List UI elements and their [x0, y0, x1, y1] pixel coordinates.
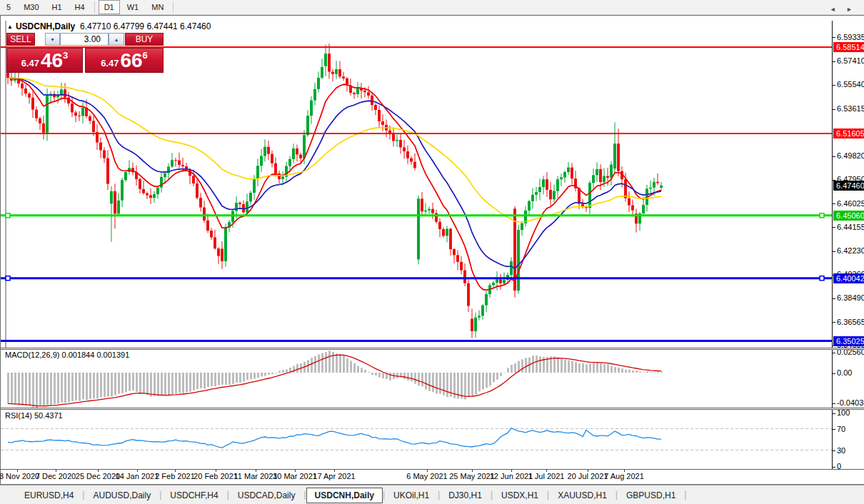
price-axis-tick: 6.36565: [833, 318, 864, 326]
chart-title: ▲USDCNH,Daily 6.47710 6.47799 6.47441 6.…: [7, 21, 211, 31]
price-badge-6.40042: 6.40042: [833, 273, 864, 283]
buy-price-big: 66: [120, 51, 142, 71]
chart-ohlc-values: 6.47710 6.47799 6.47441 6.47460: [80, 21, 211, 31]
price-badge-6.51605: 6.51605: [833, 128, 864, 138]
date-label: 2 Feb 2021: [155, 472, 195, 480]
toolbar-separator: [173, 1, 174, 13]
timeframe-button-h4[interactable]: H4: [69, 0, 91, 14]
date-label: 1 Jul 2021: [528, 472, 565, 480]
chart-tab-usdcad[interactable]: USDCAD,Daily: [229, 488, 304, 503]
tab-separator: |: [684, 490, 686, 500]
price-axis-tick: 6.53615: [833, 104, 864, 113]
date-axis-line: [1, 469, 864, 470]
chart-tab-eurusd[interactable]: EURUSD,H4: [16, 488, 82, 503]
date-label: 30 Mar 2021: [273, 472, 317, 480]
date-label: 20 Jul 2021: [568, 472, 608, 480]
date-label: 7 Dec 2020: [36, 472, 76, 480]
price-badge-6.45060: 6.45060: [833, 211, 864, 221]
price-axis-tick: 6.55540: [833, 80, 864, 89]
rsi-axis-tick: 70: [833, 425, 845, 433]
price-axis-tick: 6.59335: [833, 33, 864, 41]
price-axis-tick: 6.57410: [833, 56, 864, 65]
date-label: 6 May 2021: [406, 472, 447, 480]
chart-tab-ukoil[interactable]: UKOil,H1: [385, 488, 438, 503]
volume-decrease-button[interactable]: ▾: [45, 33, 60, 46]
timeframe-button-d1[interactable]: D1: [99, 0, 120, 14]
sell-price-big: 46: [41, 51, 63, 71]
price-badge-6.58514: 6.58514: [833, 42, 864, 52]
sell-price-prefix: 6.47: [21, 58, 39, 69]
trading-platform-window: 5M30H1H4D1W1MN ▲USDCNH,Daily 6.47710 6.4…: [0, 0, 864, 504]
one-click-trade-panel: SELL ▾ 3.00 ▴ BUY 6.47 46 3 6.47 66 6: [6, 33, 164, 89]
price-badge-6.47460: 6.47460: [833, 181, 864, 191]
date-label: 18 Nov 2020: [0, 472, 39, 480]
chart-window: ▲USDCNH,Daily 6.47710 6.47799 6.47441 6.…: [0, 15, 864, 485]
toolbar-separator: [94, 1, 95, 13]
sell-price-sup: 3: [63, 50, 68, 61]
rsi-panel[interactable]: [1, 410, 832, 469]
pane-splitter[interactable]: [1, 408, 864, 410]
chart-tab-gbpusd[interactable]: GBPUSD,H1: [618, 488, 684, 503]
macd-axis-tick: -0.040386: [833, 398, 864, 407]
price-axis-tick: 6.46025: [833, 199, 864, 208]
buy-price-sup: 6: [143, 50, 148, 61]
sell-button[interactable]: SELL: [6, 33, 35, 46]
price-axis-tick: 6.44155: [833, 223, 864, 231]
date-label: 17 Apr 2021: [313, 472, 355, 480]
date-label: 20 Feb 2021: [194, 472, 238, 480]
rsi-indicator-label: RSI(14) 50.4371: [5, 411, 63, 420]
price-axis-tick: 6.49820: [833, 151, 864, 160]
buy-price-prefix: 6.47: [101, 58, 119, 69]
timeframe-button-m30[interactable]: M30: [18, 0, 44, 14]
sell-price-button[interactable]: 6.47 46 3: [6, 48, 83, 73]
chart-tab-audusd[interactable]: AUDUSD,Daily: [84, 488, 159, 503]
timeframe-button-w1[interactable]: W1: [121, 0, 145, 14]
date-label: 12 Jun 2021: [490, 472, 533, 480]
date-axis[interactable]: 18 Nov 20207 Dec 202025 Dec 202014 Jan 2…: [1, 470, 864, 484]
macd-indicator-label: MACD(12,26,9) 0.001844 0.001391: [5, 351, 129, 359]
date-label: 14 Jan 2021: [116, 472, 159, 480]
buy-price-button[interactable]: 6.47 66 6: [85, 48, 164, 73]
chart-symbol-label: USDCNH,Daily: [16, 21, 75, 31]
rsi-axis-tick: 30: [833, 446, 845, 455]
chart-tab-dj30[interactable]: DJ30,H1: [440, 488, 491, 503]
macd-axis-tick: 0.00: [833, 368, 852, 377]
date-label: 25 May 2021: [449, 472, 495, 480]
tab-scroll-arrows[interactable]: ◄ ►: [830, 6, 857, 13]
volume-input[interactable]: 3.00: [60, 33, 109, 46]
price-axis[interactable]: 6.593356.574106.555406.536156.498206.479…: [832, 21, 864, 470]
price-axis-tick: 6.38490: [833, 293, 864, 302]
collapse-triangle-icon[interactable]: ▲: [7, 24, 13, 30]
pane-splitter[interactable]: [1, 348, 864, 350]
date-label: 7 Aug 2021: [604, 472, 644, 480]
volume-increase-button[interactable]: ▴: [109, 33, 124, 46]
timeframe-button-h1[interactable]: H1: [46, 0, 68, 14]
chart-tab-usdcnh[interactable]: USDCNH,Daily: [306, 488, 383, 503]
date-label: 25 Dec 2020: [76, 472, 120, 480]
timeframe-button-mn[interactable]: MN: [146, 0, 169, 14]
chart-tab-usdx[interactable]: USDX,H1: [493, 488, 547, 503]
chart-tab-bar: EURUSD,H4|AUDUSD,Daily|USDCHF,H4|USDCAD,…: [0, 485, 864, 504]
price-axis-tick: 6.42230: [833, 246, 864, 255]
chart-tab-xauusd[interactable]: XAUUSD,H1: [549, 488, 616, 503]
timeframe-button-5[interactable]: 5: [1, 0, 16, 14]
buy-button[interactable]: BUY: [125, 33, 164, 46]
date-label: 11 Mar 2021: [234, 472, 278, 480]
price-badge-6.35025: 6.35025: [833, 336, 864, 346]
timeframe-toolbar: 5M30H1H4D1W1MN: [0, 0, 864, 15]
chart-tab-usdchf[interactable]: USDCHF,H4: [161, 488, 226, 503]
